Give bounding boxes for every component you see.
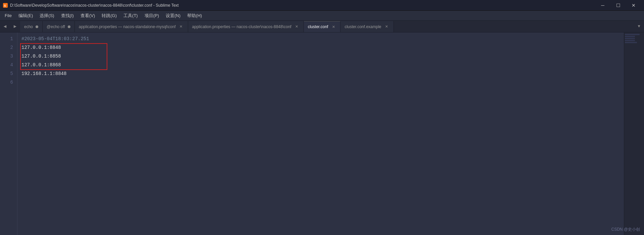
line-gutter: 123456	[0, 32, 17, 235]
menu-item-h[interactable]: 帮助(H)	[184, 11, 205, 21]
tab-cluster-conf-example-label: cluster.conf.example	[344, 24, 381, 29]
menu-item-s[interactable]: 选择(S)	[36, 11, 57, 21]
app-icon: S	[3, 3, 8, 8]
tab-app-cluster-label: application.properties — nacos-cluster\n…	[192, 24, 291, 29]
menu-item-v[interactable]: 查看(V)	[77, 11, 98, 21]
menu-bar: File编辑(E)选择(S)查找(I)查看(V)转跳(G)工具(T)项目(P)设…	[0, 11, 644, 21]
menu-item-n[interactable]: 设置(N)	[162, 11, 184, 21]
tab-nav-right[interactable]: ▶	[10, 21, 20, 32]
code-line-2: 127.0.0.1:8848	[21, 43, 624, 52]
menu-item-g[interactable]: 转跳(G)	[98, 11, 120, 21]
tab-app-cluster-close[interactable]: ✕	[294, 24, 300, 29]
code-content[interactable]: #2023-05-04T18:03:27.251127.0.0.1:884812…	[17, 32, 624, 235]
tab-cluster-conf[interactable]: cluster.conf ✕	[304, 21, 341, 32]
tab-app-standalone-label: application.properties — nacos-standalon…	[79, 24, 176, 29]
code-text-1: #2023-05-04T18:03:27.251	[21, 36, 89, 42]
code-line-1: #2023-05-04T18:03:27.251	[21, 34, 624, 43]
title-bar: S D:\Software\DevelopSoftware\nacos\naco…	[0, 0, 644, 11]
tab-echo-label: echo	[24, 24, 33, 29]
line-number-6: 6	[0, 78, 17, 87]
window-title: D:\Software\DevelopSoftware\nacos\nacos-…	[10, 3, 179, 8]
tab-echo-dirty	[36, 25, 38, 28]
minimize-button[interactable]: ─	[595, 0, 610, 11]
code-text-3: 127.0.0.1:8858	[21, 54, 61, 59]
tab-app-cluster[interactable]: application.properties — nacos-cluster\n…	[188, 21, 304, 32]
tab-echo-off-label: @echo off	[47, 24, 65, 29]
tab-echo-off-dirty	[68, 25, 70, 28]
menu-item-p[interactable]: 项目(P)	[141, 11, 162, 21]
menu-item-e[interactable]: 编辑(E)	[15, 11, 36, 21]
code-line-3: 127.0.0.1:8858	[21, 52, 624, 61]
menu-item-t[interactable]: 工具(T)	[120, 11, 141, 21]
svg-text:S: S	[4, 4, 6, 8]
tab-cluster-conf-example[interactable]: cluster.conf.example ✕	[340, 21, 393, 32]
code-line-6	[21, 78, 624, 87]
menu-item-i[interactable]: 查找(I)	[58, 11, 77, 21]
close-button[interactable]: ✕	[626, 0, 641, 11]
editor-area: 123456 #2023-05-04T18:03:27.251127.0.0.1…	[0, 32, 644, 235]
line-number-1: 1	[0, 34, 17, 43]
code-line-4: 127.0.0.1:8868	[21, 61, 624, 69]
code-text-4: 127.0.0.1:8868	[21, 62, 61, 68]
tab-cluster-conf-label: cluster.conf	[308, 24, 328, 29]
code-text-2: 127.0.0.1:8848	[21, 45, 61, 50]
tab-echo-off[interactable]: @echo off	[43, 21, 75, 32]
tab-overflow-button[interactable]: ▼	[634, 21, 644, 32]
window-controls: ─ ☐ ✕	[595, 0, 641, 11]
tab-nav-left[interactable]: ◀	[0, 21, 10, 32]
line-number-4: 4	[0, 61, 17, 69]
line-number-3: 3	[0, 52, 17, 61]
code-text-5: 192.168.1.1:8848	[21, 71, 66, 76]
minimap	[624, 32, 644, 235]
menu-item-file[interactable]: File	[1, 11, 15, 21]
line-number-2: 2	[0, 43, 17, 52]
tab-cluster-conf-example-close[interactable]: ✕	[384, 24, 389, 29]
tab-cluster-conf-close[interactable]: ✕	[331, 24, 336, 29]
watermark: CSDN @史小创	[611, 227, 640, 232]
line-number-5: 5	[0, 69, 17, 78]
tab-app-standalone-close[interactable]: ✕	[178, 24, 184, 29]
maximize-button[interactable]: ☐	[610, 0, 626, 11]
tab-app-standalone[interactable]: application.properties — nacos-standalon…	[75, 21, 188, 32]
code-line-5: 192.168.1.1:8848	[21, 69, 624, 78]
tab-bar: ◀ ▶ echo @echo off application.propertie…	[0, 21, 644, 32]
tab-echo[interactable]: echo	[20, 21, 43, 32]
